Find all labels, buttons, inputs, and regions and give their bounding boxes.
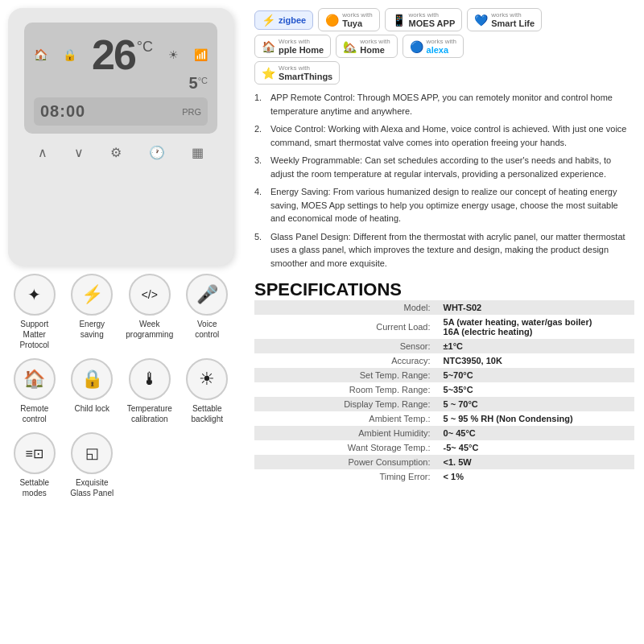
glass-label: ExquisiteGlass Panel [70,477,114,498]
main-temp: 26 [92,34,135,76]
spec-current: Current Load: 5A (water heating, water/g… [254,315,634,339]
home-text: works with Home [360,38,390,55]
spec-room-temp: Room Temp. Range: 5~35°C [254,382,634,397]
smartlife-text: works with Smart Life [491,11,535,28]
spec-room-temp-value: 5~35°C [437,382,634,397]
apple-text: Works with pple Home [279,38,324,55]
alexa-icon: 🔵 [410,40,423,53]
spec-timing-value: < 1% [437,469,634,484]
childlock-icon-circle: 🔒 [71,358,113,400]
feature-point-1: 1. APP Remote Control: Through MOES APP,… [254,91,634,118]
feature-num-3: 3. [254,154,267,180]
voice-label: Voicecontrol [195,319,219,340]
badge-moes: 📱 works with MOES APP [385,8,463,31]
down-button[interactable]: ∨ [74,145,84,160]
smartlife-small: works with [491,11,535,19]
sun-icon: ☀ [168,48,179,61]
feature-matter: ✦ SupportMatter Protocol [8,274,61,350]
spec-display-temp-value: 5 ~ 70°C [437,397,634,411]
week-icon-circle: </> [129,274,171,316]
feature-text-4: Energy Saving: From various humanized de… [270,185,634,225]
matter-label: SupportMatter Protocol [8,319,61,350]
childlock-label: Child lock [75,403,109,414]
settings-button[interactable]: ⚙ [110,145,122,160]
moes-icon: 📱 [392,14,406,27]
zigbee-icon: ⚡ [262,14,275,27]
glass-icon-circle: ◱ [71,432,113,474]
right-panel: ⚡ zigbee 🟠 works with Tuya 📱 works with … [250,0,644,644]
badge-zigbee: ⚡ zigbee [254,10,313,30]
moes-text: works with MOES APP [409,11,456,28]
feature-childlock: 🔒 Child lock [66,358,119,424]
schedule-display: 08:00 PRG [34,97,208,126]
spec-set-temp: Set Temp. Range: 5~70°C [254,368,634,382]
spec-timing: Timing Error: < 1% [254,469,634,484]
clock-button[interactable]: 🕐 [149,145,165,160]
spec-accuracy-label: Accuracy: [254,353,437,368]
alexa-text: works with alexa [427,38,456,55]
spec-accuracy-value: NTC3950, 10K [437,353,634,368]
screen-top-icons: 🏠 🔒 26 °C ☀ 📶 [34,34,208,76]
modes-icon: ≡⊡ [26,446,43,461]
spec-storage-label: Want Storage Temp.: [254,440,437,455]
energy-icon: ⚡ [81,284,103,305]
moes-small: works with [409,11,456,19]
lock-icon: 🔒 [63,48,76,61]
feature-glass: ◱ ExquisiteGlass Panel [66,432,119,498]
voice-icon-circle: 🎤 [186,274,228,316]
prg-label: PRG [182,107,201,117]
backlight-icon: ☀ [199,369,215,390]
feature-icons-grid-row2: 🏠 Remote control 🔒 Child lock 🌡 Temperat… [8,358,233,424]
home-icon: 🏠 [34,48,47,61]
remote-label: Remote control [8,403,61,424]
apple-small: Works with [279,38,324,45]
apple-main: pple Home [279,45,324,55]
left-panel: 🏠 🔒 26 °C ☀ 📶 5 °C 08:00 PRG [0,0,250,644]
spec-storage: Want Storage Temp.: -5~ 45°C [254,440,634,455]
up-button[interactable]: ∧ [38,145,47,160]
schedule-button[interactable]: ▦ [192,145,204,160]
feature-point-4: 4. Energy Saving: From various humanized… [254,185,634,225]
spec-set-temp-label: Set Temp. Range: [254,368,437,382]
temp-cal-icon: 🌡 [141,369,159,390]
week-icon: </> [142,288,158,301]
spec-ambient-temp-value: 5 ~ 95 % RH (Non Condensing) [437,411,634,426]
feature-point-3: 3. Weekly Programmable: Can set schedule… [254,154,634,180]
temp-cal-label: Temperaturecalibration [127,403,172,424]
spec-power-value: <1. 5W [437,455,634,469]
tuya-small: works with [342,11,372,19]
set-temp-value: 5 [189,74,198,93]
spec-power: Power Consumption: <1. 5W [254,455,634,469]
voice-icon: 🎤 [196,284,218,305]
spec-model-value: WHT-S02 [437,300,634,315]
backlight-label: Settablebacklight [192,403,223,424]
modes-label: Settablemodes [19,477,49,498]
spec-storage-value: -5~ 45°C [437,440,634,455]
tuya-main: Tuya [342,19,362,28]
smartlife-main: Smart Life [491,19,535,28]
feature-week: </> Weekprogramming [123,274,176,350]
temp-display: 26 °C [92,34,153,76]
apple-icon: 🏠 [262,40,275,53]
remote-icon-circle: 🏠 [14,358,56,400]
tuya-icon: 🟠 [325,14,339,27]
thermostat-device: 🏠 🔒 26 °C ☀ 📶 5 °C 08:00 PRG [8,8,233,266]
badges-container: ⚡ zigbee 🟠 works with Tuya 📱 works with … [254,8,634,85]
spec-display-temp-label: Display Temp. Range: [254,397,437,411]
schedule-right: PRG [182,107,201,117]
badges-row2: 🏠 Works with pple Home 🏡 works with Home… [254,35,634,58]
feature-icons-grid-row1: ✦ SupportMatter Protocol ⚡ Energysaving … [8,274,233,350]
specs-title: SPECIFICATIONS [254,279,634,300]
feature-num-2: 2. [254,122,267,149]
badge-home: 🏡 works with Home [336,35,397,58]
spec-accuracy: Accuracy: NTC3950, 10K [254,353,634,368]
home-main: Home [360,45,385,55]
feature-text-1: APP Remote Control: Through MOES APP, yo… [270,91,634,118]
childlock-icon: 🔒 [81,369,103,390]
matter-icon: ✦ [27,285,41,304]
feature-num-4: 4. [254,185,267,225]
matter-icon-circle: ✦ [14,274,56,316]
smartthings-small: Works with [279,64,332,72]
temp-cal-icon-circle: 🌡 [129,358,171,400]
feature-text-2: Voice Control: Working with Alexa and Ho… [270,122,634,149]
